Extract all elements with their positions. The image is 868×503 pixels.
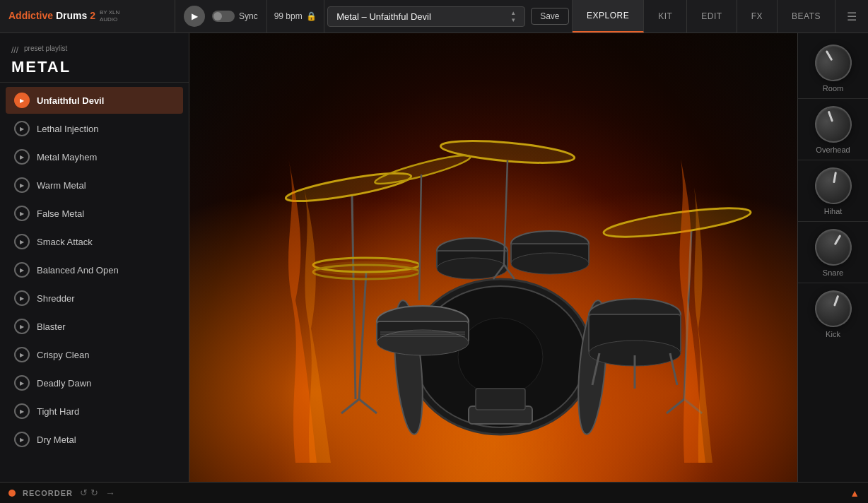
track-name: Tight Hard [37,406,79,417]
playlist-title: METAL [11,58,177,76]
bottom-bar: RECORDER ↺ ↻ → ▲ [0,482,868,503]
track-item[interactable]: ▶ Dry Metal [6,426,183,453]
top-navigation: Addictive Drums 2 BY XLN AUDIO ▶ Sync 99… [0,0,868,33]
playlist-label: Preset playlist [24,45,67,52]
track-item[interactable]: ▶ Balanced And Open [6,256,183,283]
track-play-btn[interactable]: ▶ [14,432,30,447]
tab-kit[interactable]: KIT [644,0,687,32]
track-play-btn[interactable]: ▶ [14,262,30,278]
recorder-label: RECORDER [23,489,73,497]
track-item[interactable]: ▶ Unfaithful Devil [6,87,183,114]
knob-section: Hihat [798,162,868,222]
bpm-value: 99 bpm [274,11,303,21]
track-item[interactable]: ▶ Warm Metal [6,172,183,199]
tab-explore[interactable]: EXPLORE [573,0,644,32]
track-name: Unfaithful Devil [37,95,104,106]
track-item[interactable]: ▶ Tight Hard [6,398,183,425]
save-button[interactable]: Save [531,8,568,25]
track-item[interactable]: ▶ Shredder [6,285,183,312]
knob-label: Overhead [816,146,850,154]
track-item[interactable]: ▶ Crispy Clean [6,341,183,368]
svg-point-16 [511,253,589,274]
mixer-knob[interactable] [811,165,854,207]
recorder-icons: ↺ ↻ [80,487,98,498]
track-list: ▶ Unfaithful Devil ▶ Lethal Injection ▶ … [0,83,189,457]
drum-kit-area [189,33,797,482]
track-name: Shredder [37,293,74,304]
track-item[interactable]: ▶ Metal Mayhem [6,143,183,170]
track-name: Warm Metal [37,180,86,191]
track-play-btn[interactable]: ▶ [14,347,30,362]
preset-box[interactable]: Metal – Unfaithful Devil ▲ ▼ [327,6,525,27]
track-play-btn[interactable]: ▶ [14,177,30,193]
svg-line-43 [419,174,421,300]
bpm-area: 99 bpm 🔒 [266,0,324,32]
svg-rect-45 [476,389,525,410]
track-name: Smack Attack [37,237,93,247]
track-item[interactable]: ▶ Deadly Dawn [6,369,183,396]
track-play-btn[interactable]: ▶ [14,206,30,221]
knob-section: Kick [798,285,868,344]
menu-button[interactable]: ☰ [835,0,868,32]
track-item[interactable]: ▶ Smack Attack [6,228,183,255]
tab-fx[interactable]: FX [737,0,778,32]
undo-icon[interactable]: ↺ [80,487,88,498]
track-item[interactable]: ▶ Blaster [6,313,183,340]
mixer-knob[interactable] [809,285,857,333]
svg-line-26 [352,194,356,399]
svg-point-7 [377,330,469,355]
main-content: /// Preset playlist METAL ▶ Unfaithful D… [0,33,868,482]
track-play-btn[interactable]: ▶ [14,290,30,306]
knob-section: Snare [798,223,868,283]
track-play-btn[interactable]: ▶ [14,93,30,108]
recorder-indicator [8,490,16,497]
sync-toggle[interactable] [212,11,235,22]
lock-icon: 🔒 [306,11,317,21]
knob-label: Kick [826,330,840,338]
status-indicator: ▲ [850,487,860,499]
track-name: Deadly Dawn [37,378,91,389]
play-button[interactable]: ▶ [184,6,205,27]
playlist-header: /// Preset playlist METAL [0,33,189,83]
tab-beats[interactable]: BEATS [778,0,835,32]
track-name: False Metal [37,208,84,219]
sidebar: /// Preset playlist METAL ▶ Unfaithful D… [0,33,189,482]
track-item[interactable]: ▶ Lethal Injection [6,115,183,142]
knob-label: Snare [823,268,843,277]
knob-label: Hihat [824,207,843,215]
track-name: Crispy Clean [37,350,89,360]
redo-icon[interactable]: ↻ [90,487,98,498]
track-name: Dry Metal [37,434,76,445]
track-item[interactable]: ▶ False Metal [6,200,183,227]
transport-controls: ▶ Sync [175,6,266,27]
tab-edit[interactable]: EDIT [687,0,737,32]
knob-section: Overhead [798,100,868,160]
svg-line-24 [341,399,359,413]
preset-selector: Metal – Unfaithful Devil ▲ ▼ Save [324,6,572,27]
svg-line-25 [359,399,377,413]
track-name: Blaster [37,321,65,332]
svg-point-32 [313,261,419,276]
track-play-btn[interactable]: ▶ [14,149,30,165]
track-play-btn[interactable]: ▶ [14,234,30,249]
track-play-btn[interactable]: ▶ [14,375,30,391]
svg-point-2 [458,318,543,396]
svg-point-39 [373,150,472,189]
playlist-icon: /// [11,45,18,55]
track-name: Lethal Injection [37,124,98,134]
track-play-btn[interactable]: ▶ [14,403,30,419]
brand-label: BY XLN AUDIO [100,9,119,23]
mixer-knob[interactable] [809,101,857,148]
preset-arrows[interactable]: ▲ ▼ [510,10,516,23]
nav-tabs: EXPLORE KIT EDIT FX BEATS ☰ [572,0,868,32]
recorder-arrow: → [105,487,115,499]
track-play-btn[interactable]: ▶ [14,319,30,334]
right-mixer-panel: Room Overhead Hihat Snare Kick [797,33,868,482]
svg-line-23 [359,272,366,399]
track-name: Balanced And Open [37,265,119,276]
drum-kit-visual [189,33,797,482]
mixer-knob[interactable] [808,222,858,272]
track-play-btn[interactable]: ▶ [14,121,30,136]
sync-area: Sync [212,11,258,22]
mixer-knob[interactable] [808,37,858,88]
